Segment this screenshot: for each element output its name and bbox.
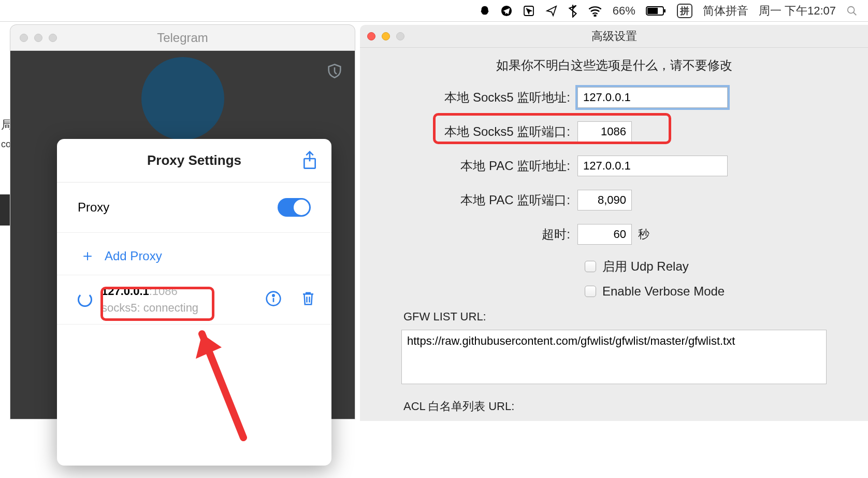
verbose-checkbox[interactable] <box>585 286 596 297</box>
qq-icon[interactable] <box>479 5 490 17</box>
ime-label[interactable]: 简体拼音 <box>703 3 748 19</box>
background-window-fragment: 局 co <box>0 114 11 373</box>
proxy-info-button[interactable] <box>265 290 282 309</box>
telegram-menu-icon[interactable] <box>501 5 512 17</box>
pac-addr-row: 本地 PAC 监听地址: <box>401 156 827 176</box>
verbose-row: Enable Verbose Mode <box>401 284 827 299</box>
pac-addr-label: 本地 PAC 监听地址: <box>401 158 577 174</box>
socks-port-input[interactable] <box>577 121 632 142</box>
battery-icon[interactable] <box>646 6 667 16</box>
telegram-avatar <box>141 57 224 140</box>
svg-point-2 <box>594 15 596 16</box>
proxy-port: :1086 <box>149 285 178 298</box>
adv-titlebar: 高级设置 <box>360 25 868 48</box>
proxy-ip: 127.0.0.1 <box>102 285 149 298</box>
adv-title: 高级设置 <box>360 29 868 44</box>
pac-port-label: 本地 PAC 监听端口: <box>401 192 577 208</box>
proxy-status: socks5: connecting <box>102 301 256 315</box>
timeout-row: 超时: 秒 <box>401 224 827 245</box>
gfw-url-input[interactable] <box>401 330 827 384</box>
wifi-icon[interactable] <box>588 5 602 17</box>
send-icon[interactable] <box>545 5 558 17</box>
proxy-delete-button[interactable] <box>300 290 316 310</box>
svg-rect-5 <box>664 9 666 12</box>
udp-relay-row: 启用 Udp Relay <box>401 258 827 275</box>
pac-addr-input[interactable] <box>577 156 728 176</box>
telegram-title: Telegram <box>10 31 355 45</box>
shield-icon[interactable] <box>326 62 343 82</box>
socks-addr-row: 本地 Socks5 监听地址: <box>401 87 827 108</box>
connecting-spinner-icon <box>78 292 92 307</box>
bluetooth-icon[interactable] <box>568 4 577 18</box>
timeout-suffix: 秒 <box>638 227 649 242</box>
socks-port-label: 本地 Socks5 监听端口: <box>401 123 577 140</box>
timeout-label: 超时: <box>401 226 577 243</box>
share-button[interactable] <box>301 150 318 173</box>
proxy-toggle-row: Proxy <box>57 182 331 233</box>
udp-relay-label: 启用 Udp Relay <box>602 258 689 275</box>
add-proxy-button[interactable]: ＋ Add Proxy <box>57 233 331 275</box>
udp-relay-checkbox[interactable] <box>585 261 596 272</box>
svg-point-6 <box>848 6 855 13</box>
acl-label: ACL 白名单列表 URL: <box>403 399 827 414</box>
svg-point-10 <box>272 294 274 296</box>
proxy-entry[interactable]: 127.0.0.1:1086 socks5: connecting <box>57 275 331 325</box>
pac-port-input[interactable] <box>577 190 632 210</box>
ime-indicator[interactable]: 拼 <box>677 4 692 18</box>
add-proxy-label: Add Proxy <box>105 249 162 263</box>
popover-title: Proxy Settings <box>147 152 241 168</box>
svg-rect-4 <box>647 8 658 14</box>
battery-percent: 66% <box>613 4 635 18</box>
socks-addr-input[interactable] <box>577 87 728 108</box>
telegram-window: Telegram Proxy Settings Proxy ＋ Add Prox… <box>10 25 355 419</box>
pac-port-row: 本地 PAC 监听端口: <box>401 190 827 210</box>
cursor-box-icon[interactable] <box>523 5 535 17</box>
socks-port-row: 本地 Socks5 监听端口: <box>401 121 827 142</box>
timeout-input[interactable] <box>577 224 632 245</box>
proxy-label: Proxy <box>78 200 109 215</box>
spotlight-icon[interactable] <box>846 5 858 17</box>
gfw-label: GFW LIST URL: <box>403 310 827 324</box>
verbose-label: Enable Verbose Mode <box>602 284 725 299</box>
mac-menubar: 66% 拼 简体拼音 周一 下午12:07 <box>0 0 868 22</box>
proxy-toggle[interactable] <box>278 198 311 217</box>
advanced-settings-window: 高级设置 如果你不明白这些选项是什么，请不要修改 本地 Socks5 监听地址:… <box>360 25 868 421</box>
socks-addr-label: 本地 Socks5 监听地址: <box>401 89 577 106</box>
proxy-settings-popover: Proxy Settings Proxy ＋ Add Proxy 127.0.0… <box>57 139 331 466</box>
menubar-clock[interactable]: 周一 下午12:07 <box>759 3 836 19</box>
plus-icon: ＋ <box>80 245 95 266</box>
adv-warning: 如果你不明白这些选项是什么，请不要修改 <box>401 57 827 74</box>
telegram-titlebar: Telegram <box>10 25 355 51</box>
